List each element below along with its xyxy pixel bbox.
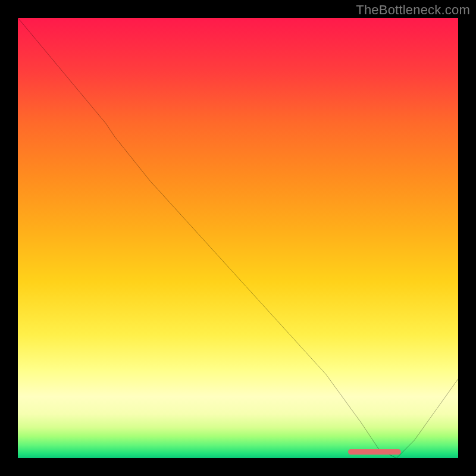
plot-area [18,18,458,458]
watermark-text: TheBottleneck.com [356,2,470,18]
bottleneck-line [18,18,458,458]
chart-frame: TheBottleneck.com [0,0,476,476]
optimal-range-marker [348,449,401,455]
